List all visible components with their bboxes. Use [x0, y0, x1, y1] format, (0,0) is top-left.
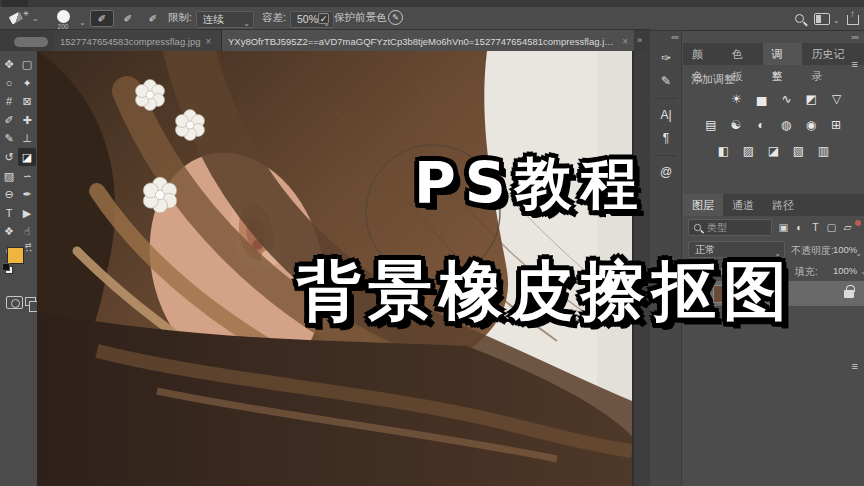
- brush-pressure-icon[interactable]: ✎: [388, 10, 403, 25]
- invert-icon[interactable]: ◧: [716, 143, 732, 159]
- canvas-gutter: [632, 51, 650, 486]
- lock-position-icon[interactable]: ✥: [735, 263, 747, 278]
- foreground-color-swatch[interactable]: [7, 247, 24, 264]
- sampling-once-button[interactable]: ✐: [116, 10, 140, 27]
- default-colors-icon[interactable]: [2, 263, 11, 272]
- healing-brush-icon[interactable]: ✚: [18, 111, 36, 129]
- tools-panel: ✥▢○✦#⊠✐✚✎⊥↺◪▨∽⊖✒T▶❖☝ϙ⋯ ⇄: [0, 51, 37, 486]
- filter-toggle-icon[interactable]: [855, 220, 861, 226]
- adjustment-layer-filter-icon[interactable]: ◐: [793, 220, 806, 235]
- share-icon[interactable]: [847, 15, 859, 25]
- selective-color-icon[interactable]: ▥: [816, 143, 832, 159]
- smart-object-filter-icon[interactable]: ▱: [841, 220, 854, 235]
- tab-color[interactable]: 颜色: [683, 43, 723, 65]
- gradient-map-icon[interactable]: ▧: [791, 143, 807, 159]
- brush-settings-icon[interactable]: ✑: [650, 47, 682, 70]
- color-balance-icon[interactable]: ☯: [728, 117, 744, 133]
- black-white-icon[interactable]: ◐: [753, 117, 769, 133]
- type-layer-filter-icon[interactable]: T: [809, 220, 822, 235]
- tab-channels[interactable]: 通道: [723, 194, 763, 216]
- chevron-down-icon[interactable]: ⌄: [833, 16, 840, 25]
- gradient-icon[interactable]: ▨: [0, 167, 18, 185]
- swap-colors-icon[interactable]: ⇄: [25, 241, 32, 250]
- eraser-icon[interactable]: ◪: [18, 148, 36, 166]
- photo-filter-icon[interactable]: ◍: [778, 117, 794, 133]
- collapse-to-icons-icon[interactable]: »»: [851, 33, 858, 42]
- shape-icon[interactable]: ❖: [0, 222, 18, 240]
- protect-foreground-checkbox[interactable]: ✓: [318, 13, 329, 24]
- document-tab-active[interactable]: YXy8OfrTBJ595Z2==aVD7maGQFYztCp3b8tjeMo6…: [222, 30, 634, 52]
- tab-paths[interactable]: 路径: [763, 194, 803, 216]
- levels-icon[interactable]: ▅: [754, 91, 770, 107]
- vibrance-icon[interactable]: ▽: [829, 91, 845, 107]
- chevron-down-icon[interactable]: ⌄: [79, 18, 86, 27]
- layer-thumbnail[interactable]: [713, 285, 735, 303]
- color-lookup-icon[interactable]: ⊞: [828, 117, 844, 133]
- lock-all-icon[interactable]: ⊞: [751, 263, 763, 278]
- workspace-switcher-icon[interactable]: [814, 13, 830, 25]
- hue-saturation-icon[interactable]: ▤: [703, 117, 719, 133]
- brightness-contrast-icon[interactable]: ☀: [729, 91, 745, 107]
- clone-stamp-icon[interactable]: ⊥: [18, 129, 36, 147]
- brush-icon[interactable]: ✎: [0, 129, 18, 147]
- curves-icon[interactable]: ∿: [779, 91, 795, 107]
- background-eraser-tool-button[interactable]: ✳ ⌄: [6, 10, 40, 26]
- layer-row-background[interactable]: 背景: [683, 281, 864, 306]
- fill-dropdown[interactable]: 100%⌄: [833, 265, 864, 276]
- pixel-layer-filter-icon[interactable]: ▣: [777, 220, 790, 235]
- limits-value: 连续: [203, 13, 224, 25]
- channel-mixer-icon[interactable]: ◉: [803, 117, 819, 133]
- eyedropper-icon[interactable]: ✐: [0, 111, 18, 129]
- move-icon[interactable]: ✥: [0, 55, 18, 73]
- canvas-photo[interactable]: [37, 51, 632, 486]
- tab-adjustments[interactable]: 调整: [763, 43, 803, 65]
- sampling-background-swatch-button[interactable]: ✐: [141, 10, 165, 27]
- history-brush-icon[interactable]: ↺: [0, 148, 18, 166]
- marquee-icon[interactable]: ▢: [18, 55, 36, 73]
- libraries-icon[interactable]: @: [650, 161, 682, 184]
- paragraph-icon[interactable]: ¶: [650, 127, 682, 150]
- close-icon[interactable]: ×: [206, 36, 212, 47]
- tab-overflow-icon[interactable]: »: [637, 35, 641, 45]
- dodge-icon[interactable]: ⊖: [0, 185, 18, 203]
- layer-filter-search[interactable]: 类型: [688, 219, 772, 236]
- close-icon[interactable]: ×: [622, 36, 628, 47]
- character-icon[interactable]: A|: [650, 104, 682, 127]
- crop-icon[interactable]: #: [0, 92, 18, 110]
- blend-mode-dropdown[interactable]: 正常 ⌄: [688, 241, 785, 258]
- lock-transparency-icon[interactable]: ▨: [719, 263, 731, 278]
- chevron-down-icon[interactable]: ⌄: [32, 14, 39, 23]
- smudge-icon[interactable]: ∽: [18, 167, 36, 185]
- hand-icon[interactable]: ☝: [18, 222, 36, 240]
- type-icon[interactable]: T: [0, 204, 18, 222]
- search-icon[interactable]: [795, 14, 804, 23]
- screen-mode-icon[interactable]: [25, 297, 36, 306]
- expand-panels-icon[interactable]: ««: [671, 33, 678, 42]
- sampling-continuous-button[interactable]: ✐: [90, 10, 114, 27]
- threshold-icon[interactable]: ◪: [766, 143, 782, 159]
- exposure-icon[interactable]: ◩: [804, 91, 820, 107]
- add-adjustment-label: 添加调整: [691, 72, 735, 87]
- shape-layer-filter-icon[interactable]: ▢: [825, 220, 838, 235]
- tab-layers[interactable]: 图层: [683, 194, 723, 216]
- posterize-icon[interactable]: ▨: [741, 143, 757, 159]
- quick-mask-icon[interactable]: [6, 296, 23, 309]
- panel-menu-icon[interactable]: ≡: [852, 360, 858, 372]
- lock-icon[interactable]: [844, 290, 854, 298]
- brushes-icon[interactable]: ✎: [650, 70, 682, 93]
- panel-menu-icon[interactable]: ≡: [852, 58, 858, 70]
- tab-swatches[interactable]: 色板: [723, 43, 763, 65]
- layers-panel-tabs: 图层 通道 路径 ≡: [683, 194, 864, 216]
- layer-name: 背景: [742, 286, 844, 301]
- frame-icon[interactable]: ⊠: [18, 92, 36, 110]
- limits-dropdown[interactable]: 连续 ⌄: [196, 11, 254, 28]
- lock-icons: ▨✥⊞: [719, 263, 763, 278]
- check-icon: ✓: [320, 14, 328, 24]
- pen-icon[interactable]: ✒: [18, 185, 36, 203]
- layer-visibility-toggle[interactable]: [683, 281, 707, 306]
- document-tab-inactive[interactable]: 1527747654583compressflag.jpg ×: [54, 30, 222, 52]
- lasso-icon[interactable]: ○: [0, 74, 18, 92]
- opacity-dropdown[interactable]: 100% ⌄: [833, 241, 862, 258]
- object-selection-icon[interactable]: ✦: [18, 74, 36, 92]
- path-selection-icon[interactable]: ▶: [18, 204, 36, 222]
